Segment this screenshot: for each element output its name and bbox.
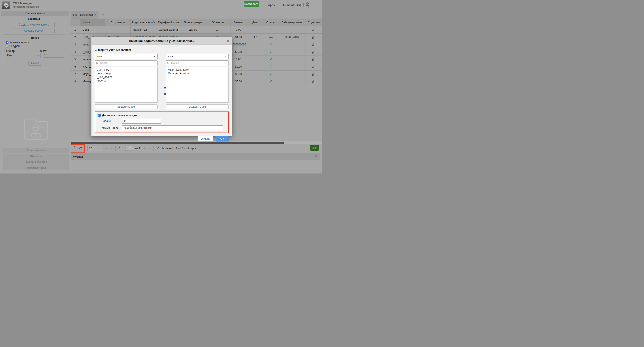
tab-accounts[interactable]: Учетные записи ×	[71, 11, 98, 19]
radio-unselected-icon	[6, 45, 8, 48]
chart-bars-icon[interactable]	[312, 58, 315, 61]
modal-title: Пакетное редактирование учетных записей	[92, 37, 232, 45]
select-all-right-button[interactable]: Выделить все	[166, 104, 229, 109]
chart-bars-icon[interactable]	[312, 44, 315, 46]
col-days[interactable]: Дни	[247, 19, 263, 26]
col-objects[interactable]: Объекты	[205, 19, 230, 26]
filter-select[interactable]: Имя ▼	[6, 53, 40, 58]
selected-accounts-column: Имя ▼ Major_Cust_Serv	[166, 54, 229, 109]
eraser-icon[interactable]	[314, 154, 318, 159]
sidebar-nav-item[interactable]: Группы объектов	[3, 159, 69, 165]
radio-resources[interactable]: Ресурсы	[6, 45, 67, 48]
right-search-box[interactable]	[166, 61, 229, 66]
sidebar-panel-title: Учетные записи	[1, 11, 69, 16]
page-size-select[interactable]: 20 ▼	[88, 146, 102, 151]
account-list-item[interactable]: demo_temp	[97, 72, 156, 75]
prev-page-icon[interactable]: ‹	[111, 146, 112, 150]
batch-edit-modal: Пакетное редактирование учетных записей …	[91, 37, 232, 136]
select-all-left-button[interactable]: Выделить все	[95, 104, 158, 109]
horizontal-scrollbar-track[interactable]	[71, 142, 322, 144]
dashboard-button[interactable]: Dashboard	[244, 1, 259, 7]
rows-summary: Отображено с 1 по 8 из 8 строк	[157, 147, 196, 150]
search-icon	[167, 62, 170, 65]
account-list-item[interactable]: Cust_Serv	[97, 68, 156, 72]
app-logo-gear-icon	[2, 1, 10, 10]
payment-checkbox-label[interactable]: Добавить платеж или дни	[102, 114, 137, 117]
header-divider: |	[303, 3, 304, 7]
page-number-input[interactable]	[125, 146, 133, 151]
text-label: Текст:	[40, 50, 47, 53]
chart-bars-icon[interactable]	[312, 36, 315, 39]
actions-group: Действия Создать учетную запись Создать …	[3, 18, 65, 35]
chart-bars-icon[interactable]	[312, 73, 315, 76]
status-icon	[270, 72, 272, 76]
table-row[interactable]: 1 Cebit - transfer_test Gurtam External …	[70, 26, 322, 34]
right-search-input[interactable]	[171, 61, 227, 65]
left-field-select[interactable]: Имя ▼	[95, 54, 158, 59]
search-text-input[interactable]	[43, 53, 64, 58]
cancel-button[interactable]: Отмена	[198, 136, 213, 142]
add-tab-icon[interactable]: +	[102, 12, 104, 17]
account-list-item[interactable]: Imperial	[97, 79, 156, 82]
col-num[interactable]	[70, 19, 80, 26]
col-balance[interactable]: Баланс	[230, 19, 247, 26]
account-list-item[interactable]: Major_Cust_Serv	[168, 68, 227, 72]
chart-bars-icon[interactable]	[312, 51, 315, 54]
page-label: Стр.	[118, 147, 124, 150]
status-icon	[270, 50, 272, 54]
account-list-item[interactable]: I_like_dealer	[97, 75, 156, 79]
user-logout-icon[interactable]	[305, 2, 310, 9]
table-header-row: ▾Имя Создатель Родительская у/з Тарифный…	[70, 19, 322, 26]
create-resource-button[interactable]: Создать ресурс	[13, 28, 54, 33]
ok-button[interactable]: ОК	[216, 136, 229, 142]
dropdown-arrow-icon: ▼	[37, 55, 39, 57]
create-account-button[interactable]: Создать учетную запись	[13, 22, 54, 27]
last-page-icon[interactable]: »	[148, 146, 150, 150]
right-field-select[interactable]: Имя ▼	[166, 54, 229, 59]
chart-bars-icon[interactable]	[312, 29, 315, 31]
col-dealer[interactable]: Права дилера	[181, 19, 205, 26]
export-xlsx-button[interactable]: .xlsx	[310, 145, 319, 151]
status-icon	[270, 65, 272, 69]
fit-columns-icon[interactable]: ? ↔	[73, 146, 76, 150]
col-parent[interactable]: Родительская у/з	[131, 19, 156, 26]
left-search-box[interactable]	[95, 61, 158, 66]
pager-bar: ? ↔ 20 ▼ « ‹ Стр. из 1 › » Отображено с …	[71, 145, 322, 152]
sidebar-nav-item[interactable]: Пользователи	[3, 148, 69, 153]
modal-close-icon[interactable]: ×	[227, 37, 229, 45]
tab-close-icon[interactable]: ×	[95, 13, 96, 16]
selected-accounts-list: Major_Cust_Serv Manager_Account	[166, 67, 229, 103]
pager-separator	[116, 146, 116, 151]
empty-folder-watermark-icon	[21, 115, 50, 143]
sidebar-nav-item[interactable]: Объекты	[3, 154, 69, 159]
col-plan[interactable]: Тарифный план	[156, 19, 181, 26]
wrench-settings-icon[interactable]	[79, 146, 82, 150]
comment-input[interactable]	[122, 125, 223, 130]
balance-input[interactable]	[122, 119, 161, 124]
col-creator[interactable]: Создатель	[105, 19, 131, 26]
col-content[interactable]: Содержи	[306, 19, 322, 26]
col-status[interactable]: Статус	[263, 19, 279, 26]
horizontal-scrollbar-thumb[interactable]	[71, 142, 284, 144]
journal-bar[interactable]: Журнал	[71, 153, 320, 160]
sidebar-nav-item[interactable]: Ретрансляторы	[3, 165, 69, 170]
left-search-input[interactable]	[100, 61, 156, 65]
chart-bars-icon[interactable]	[312, 80, 315, 83]
col-blocked[interactable]: Заблокирована	[279, 19, 306, 26]
col-name[interactable]: ▾Имя	[80, 19, 105, 26]
search-button[interactable]: Поиск	[28, 61, 42, 66]
chart-bars-icon[interactable]	[312, 66, 315, 68]
cms-manager-window: CMS Manager интерфейс управления Dashboa…	[0, 0, 322, 174]
radio-accounts[interactable]: Учетные записи	[6, 41, 67, 44]
available-accounts-list: Cust_Serv demo_temp I_like_dealer Imperi…	[95, 67, 158, 103]
page-count-label: из 1	[135, 147, 140, 150]
move-left-icon[interactable]: «	[161, 91, 169, 96]
dropdown-arrow-icon: ▼	[225, 55, 227, 58]
account-list-item[interactable]: Manager_Account	[168, 72, 227, 75]
next-page-icon[interactable]: ›	[144, 146, 145, 150]
apps-menu[interactable]: Apps ▾	[268, 4, 276, 7]
first-page-icon[interactable]: «	[106, 146, 108, 150]
move-right-icon[interactable]: »	[161, 85, 169, 90]
payment-checkbox[interactable]: ✓	[98, 114, 101, 117]
comment-label: Комментарий:	[98, 126, 122, 129]
